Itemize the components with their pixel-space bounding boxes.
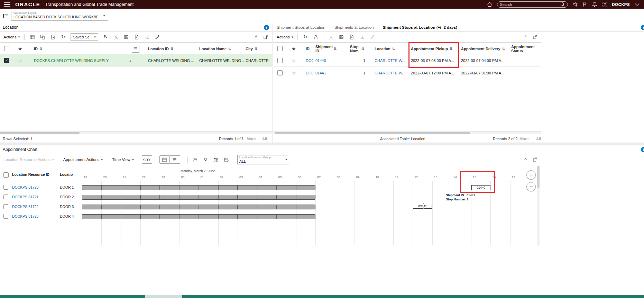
info-icon[interactable]: i xyxy=(641,147,644,152)
lock-icon[interactable] xyxy=(313,34,319,40)
save-icon[interactable] xyxy=(123,34,129,40)
sort-icon[interactable]: ⇅ xyxy=(449,47,452,51)
all-button[interactable]: All xyxy=(536,134,541,143)
sort-icon[interactable]: ⇅ xyxy=(254,47,257,51)
favorite-star-icon[interactable]: ☆ xyxy=(292,58,296,63)
column-header-id[interactable]: ID xyxy=(306,43,310,55)
open-in-new-icon[interactable] xyxy=(532,157,538,163)
sort-icon[interactable]: ⇅ xyxy=(502,47,505,51)
horizontal-splitter[interactable] xyxy=(0,143,644,145)
column-header-city[interactable]: City ⇅ xyxy=(246,43,257,55)
group-by-icon[interactable] xyxy=(192,157,198,163)
appointment-actions-menu[interactable]: Appointment Actions ▾ xyxy=(63,157,103,162)
favorites-star-icon[interactable] xyxy=(572,2,578,7)
zoom-out-button[interactable]: − xyxy=(526,182,536,191)
refresh-icon[interactable]: ↻ xyxy=(302,34,308,40)
favorite-column-icon[interactable]: ★ xyxy=(18,46,22,51)
table-row[interactable]: ☆ DOC 01440 1 CHARLOTTE W... 2022-03-07 … xyxy=(273,54,541,67)
table-view-toggle-button[interactable] xyxy=(132,45,139,53)
gantt-row-checkbox[interactable] xyxy=(3,204,8,209)
global-search[interactable] xyxy=(497,1,568,8)
search-icon[interactable] xyxy=(560,2,565,7)
column-header-stop-num[interactable]: Stop Num ⇅ xyxy=(350,43,364,55)
compare-icon[interactable] xyxy=(39,34,45,40)
tab-shipment-stops-2days[interactable]: Shipment Stops at Location (+/- 2 days) xyxy=(383,25,457,29)
settings-sliders-icon[interactable] xyxy=(213,157,219,163)
search-input[interactable] xyxy=(500,2,560,7)
window-bottom-scrollbar[interactable] xyxy=(0,295,644,298)
edit-pencil-icon[interactable] xyxy=(155,34,160,40)
chevron-down-icon[interactable] xyxy=(634,2,640,7)
flag-icon[interactable] xyxy=(582,2,587,7)
more-button[interactable]: More xyxy=(519,134,528,143)
refresh-icon[interactable]: ↻ xyxy=(203,157,209,163)
horizontal-scrollbar[interactable] xyxy=(0,131,272,134)
calendar-view-button[interactable] xyxy=(159,155,170,164)
vertical-scrollbar[interactable] xyxy=(537,166,540,246)
tab-shipment-stops[interactable]: Shipment Stops at Location xyxy=(277,25,325,29)
column-header-appointment-pickup[interactable]: Appointment Pickup ⇅ xyxy=(411,43,452,55)
time-view-menu[interactable]: Time View ▾ xyxy=(112,157,134,162)
location-link[interactable]: CHARLOTTE W... xyxy=(375,67,408,79)
collapse-panel-icon[interactable]: ^ xyxy=(255,35,257,39)
table-layout-icon[interactable] xyxy=(29,34,35,40)
sort-icon[interactable]: ⇅ xyxy=(361,47,364,51)
column-header-location-id[interactable]: Location ID ⇅ xyxy=(148,43,173,55)
select-all-checkbox[interactable] xyxy=(277,46,283,51)
favorite-star-icon[interactable]: ☆ xyxy=(292,71,296,75)
id-link[interactable]: DOC xyxy=(306,67,313,79)
open-in-new-icon[interactable] xyxy=(263,34,268,40)
document-download-icon[interactable] xyxy=(134,34,140,40)
open-in-new-icon[interactable] xyxy=(532,34,538,40)
gantt-select-all-checkbox[interactable] xyxy=(3,172,9,178)
column-header-appointment-status[interactable]: Appointment Status xyxy=(511,43,533,55)
saved-search-dropdown-button[interactable]: ▾ xyxy=(92,34,98,40)
column-header-location-name[interactable]: Location Name ⇅ xyxy=(199,43,231,55)
actions-menu-button[interactable]: Actions ▾ xyxy=(277,35,293,39)
export-document-icon[interactable] xyxy=(50,34,56,40)
table-row[interactable]: ✓ ☆ DOCKPS.CHARLOTTE WELDING SUPPLY ○ CH… xyxy=(0,54,272,67)
location-link[interactable]: CHARLOTTE W... xyxy=(375,54,408,67)
row-checkbox[interactable]: ✓ xyxy=(4,58,9,63)
location-id-link[interactable]: DOCKPS.CHARLOTTE WELDING SUPPLY xyxy=(34,54,109,67)
row-checkbox[interactable] xyxy=(277,58,283,63)
location-resource-group-select[interactable]: Location Resource Group ALL ▾ xyxy=(237,155,289,164)
column-header-appointment-delivery[interactable]: Appointment Delivery ⇅ xyxy=(461,43,505,55)
info-icon[interactable]: i xyxy=(641,25,644,30)
shipment-id-link[interactable]: 01441 xyxy=(315,67,326,79)
refresh-icon[interactable]: ↻ xyxy=(60,34,66,40)
scissors-icon[interactable] xyxy=(328,34,334,40)
saved-search-select[interactable]: Saved Se ▾ xyxy=(71,33,98,41)
shipment-id-link[interactable]: 01440 xyxy=(315,54,326,67)
sort-icon[interactable]: ⇅ xyxy=(228,47,231,51)
gantt-row-checkbox[interactable] xyxy=(3,195,8,199)
gantt-resource-link[interactable]: DOCKPS.81721 xyxy=(12,195,38,199)
zoom-in-button[interactable]: + xyxy=(526,170,536,180)
list-view-button[interactable] xyxy=(170,155,180,164)
availability-view-button[interactable] xyxy=(142,155,152,164)
gantt-resource-link[interactable]: DOCKPS.81722 xyxy=(12,205,38,209)
favorite-star-icon[interactable]: ☆ xyxy=(18,58,22,63)
home-icon[interactable] xyxy=(487,2,493,7)
help-icon[interactable]: ? xyxy=(602,2,607,7)
all-button[interactable]: All xyxy=(262,134,267,143)
info-icon[interactable]: i xyxy=(264,25,269,30)
appointment-calendar-icon[interactable] xyxy=(223,157,229,163)
workbench-layout-icon[interactable] xyxy=(3,13,8,18)
more-button[interactable]: More xyxy=(247,134,256,143)
sort-icon[interactable]: ⇅ xyxy=(333,47,337,51)
sort-icon[interactable]: ⇅ xyxy=(392,47,395,51)
notifications-bell-icon[interactable] xyxy=(592,2,597,7)
sort-icon[interactable]: ⇅ xyxy=(39,47,42,51)
column-header-location[interactable]: Location ⇅ xyxy=(375,43,395,55)
hamburger-menu-icon[interactable] xyxy=(4,2,10,7)
scissors-icon[interactable] xyxy=(113,34,119,40)
appointment-block[interactable]: 01440 xyxy=(471,185,490,190)
actions-menu-button[interactable]: Actions ▾ xyxy=(3,35,20,39)
row-checkbox[interactable] xyxy=(277,70,283,75)
select-all-checkbox[interactable] xyxy=(4,46,9,51)
collapse-panel-icon[interactable]: ^ xyxy=(524,35,527,39)
run-search-icon[interactable]: ↻ xyxy=(103,34,109,40)
horizontal-scrollbar[interactable] xyxy=(273,131,541,134)
favorite-column-icon[interactable]: ★ xyxy=(292,46,296,51)
